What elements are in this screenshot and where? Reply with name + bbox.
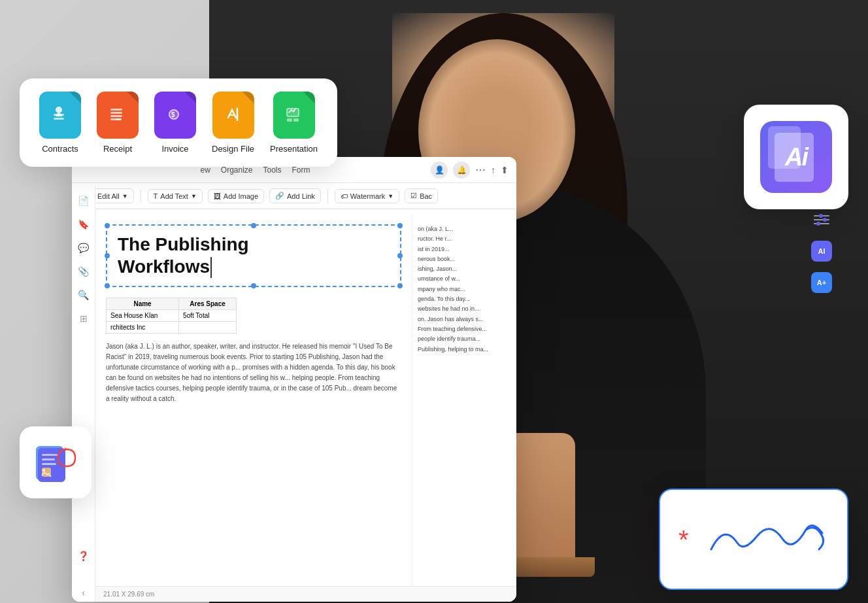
toolbar-sep-2 <box>327 190 328 203</box>
slider-dot-3 <box>816 222 820 226</box>
mini-ai-button[interactable]: AI <box>811 241 832 262</box>
design-icon-box <box>212 92 254 139</box>
editor-content-area: The PublishingWorkflows Name Ares Space … <box>95 214 516 586</box>
sidebar-help-icon[interactable]: ❓ <box>77 549 90 562</box>
mini-a-button[interactable]: A+ <box>811 272 832 293</box>
add-image-button[interactable]: 🖼 Add Image <box>208 189 264 203</box>
handle-ml[interactable] <box>105 253 110 258</box>
table-cell-22 <box>179 322 237 334</box>
right-mini-sidebar: AI A+ <box>811 209 832 293</box>
upload-icon[interactable]: ↑ <box>491 165 495 175</box>
handle-tl[interactable] <box>105 223 110 228</box>
notification-bell[interactable]: 🔔 <box>453 162 470 179</box>
handle-mr[interactable] <box>397 253 403 258</box>
watermark-icon: 🏷 <box>341 192 348 200</box>
ai-icon: Ai <box>760 121 832 193</box>
add-text-chevron: ▼ <box>191 193 197 199</box>
file-icon-presentation[interactable]: Presentation <box>270 92 318 154</box>
sidebar-layers-icon[interactable]: ⊞ <box>77 312 90 325</box>
ai-icon-inner: Ai <box>760 121 832 193</box>
background-button[interactable]: ☑ Bac <box>405 188 438 203</box>
add-image-label: Add Image <box>224 192 258 200</box>
sidebar-collapse-icon[interactable]: ‹ <box>77 586 90 599</box>
sidebar-attachment-icon[interactable]: 📎 <box>77 265 90 278</box>
sidebar-search-icon[interactable]: 🔍 <box>77 288 90 302</box>
slider-2 <box>814 219 829 220</box>
svg-rect-4 <box>107 103 125 126</box>
svg-text:$: $ <box>171 111 175 118</box>
handle-tm[interactable] <box>251 223 256 228</box>
file-icons-panel: Contracts Receipt $ Invoice <box>20 78 337 167</box>
file-icon-design[interactable]: Design File <box>212 92 254 154</box>
contracts-icon-box <box>39 92 81 139</box>
editor-topbar-icons: 👤 🔔 ⋯ ↑ ⬆ <box>431 162 509 179</box>
editor-main-content: The PublishingWorkflows Name Ares Space … <box>95 214 412 586</box>
ai-text-label: Ai <box>785 143 807 171</box>
mini-a-label: A+ <box>817 279 826 286</box>
handle-bl[interactable] <box>105 283 110 288</box>
invoice-icon-svg: $ <box>165 103 186 127</box>
sidebar-bookmark-icon[interactable]: 🔖 <box>77 218 90 231</box>
receipt-label: Receipt <box>103 144 132 154</box>
table-header-name: Name <box>107 298 179 310</box>
svg-rect-23 <box>42 463 56 465</box>
link-icon: 🔗 <box>275 192 284 200</box>
receipt-icon-svg <box>107 103 128 127</box>
slider-dot-1 <box>819 214 823 218</box>
invoice-icon-box: $ <box>154 92 196 139</box>
presentation-icon-box <box>273 92 315 139</box>
text-icon: T <box>154 192 158 200</box>
svg-rect-21 <box>42 454 58 456</box>
document-title[interactable]: The PublishingWorkflows <box>118 233 390 278</box>
design-icon-svg <box>223 103 244 127</box>
contracts-icon-svg <box>50 103 71 127</box>
handle-bm[interactable] <box>251 283 256 288</box>
sidebar-comment-icon[interactable]: 💬 <box>77 241 90 254</box>
svg-rect-18 <box>293 118 299 122</box>
file-icon-receipt[interactable]: Receipt <box>97 92 139 154</box>
status-dimensions: 21.01 X 29.69 cm <box>103 591 154 598</box>
add-text-button[interactable]: T Add Text ▼ <box>148 189 203 203</box>
more-options[interactable]: ⋯ <box>475 164 486 176</box>
text-selection-box[interactable]: The PublishingWorkflows <box>106 224 401 287</box>
svg-marker-26 <box>65 447 67 451</box>
editor-panel: ew Organize Tools Form 👤 🔔 ⋯ ↑ ⬆ ✏️ Edit… <box>72 157 516 602</box>
add-link-button[interactable]: 🔗 Add Link <box>269 188 321 203</box>
signature-asterisk: * <box>678 526 689 553</box>
svg-rect-5 <box>110 109 122 111</box>
file-icon-invoice[interactable]: $ Invoice <box>154 92 196 154</box>
watermark-chevron: ▼ <box>388 193 393 199</box>
editor-table: Name Ares Space Sea House Klan 5oft Tota… <box>106 298 237 334</box>
table-row-1: Sea House Klan 5oft Total <box>107 310 237 322</box>
user-avatar[interactable]: 👤 <box>431 162 448 179</box>
file-icon-contracts[interactable]: Contracts <box>39 92 81 154</box>
svg-rect-1 <box>54 118 64 120</box>
editor-body-text-2: on (aka J. L...ructor. He r...ist in 201… <box>418 224 511 354</box>
svg-rect-22 <box>42 458 55 460</box>
mini-ai-label: AI <box>818 247 826 255</box>
contracts-label: Contracts <box>42 144 78 154</box>
presentation-label: Presentation <box>270 144 318 154</box>
svg-rect-9 <box>116 118 122 120</box>
svg-rect-6 <box>110 112 122 114</box>
handle-tr[interactable] <box>397 223 403 228</box>
handle-br[interactable] <box>397 283 403 288</box>
presentation-icon-svg <box>284 103 305 127</box>
edit-all-label: Edit All <box>97 192 120 200</box>
receipt-icon-box <box>97 92 139 139</box>
image-icon: 🖼 <box>214 192 221 200</box>
watermark-label: Watermark <box>350 192 385 200</box>
upload-icon-2[interactable]: ⬆ <box>501 165 509 175</box>
editor-body-text-1: Jason (aka J. L.) is an author, speaker,… <box>106 341 401 404</box>
watermark-button[interactable]: 🏷 Watermark ▼ <box>335 189 399 203</box>
mini-sliders-icon[interactable] <box>811 209 832 230</box>
sidebar-doc-icon[interactable]: 📄 <box>77 194 90 207</box>
editor-toolbar: ✏️ Edit All ▼ T Add Text ▼ 🖼 Add Image 🔗… <box>72 183 516 209</box>
signature-content: * <box>660 490 847 589</box>
signature-panel: * <box>659 489 848 590</box>
add-text-label: Add Text <box>160 192 188 200</box>
svg-point-25 <box>42 469 45 472</box>
slider-3 <box>814 223 829 224</box>
doc-convert-icon <box>29 436 82 489</box>
table-cell-21: rchitects Inc <box>107 322 179 334</box>
